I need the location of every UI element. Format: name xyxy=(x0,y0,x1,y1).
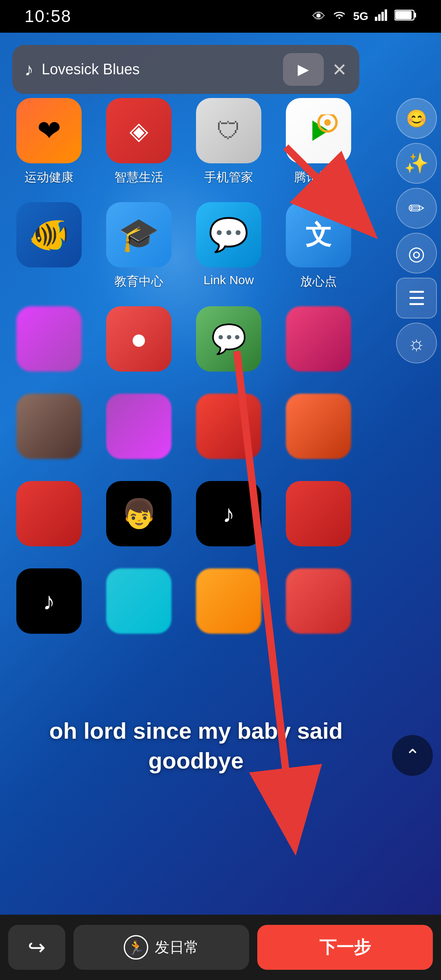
svg-rect-3 xyxy=(385,9,387,21)
sidebar-emoji-icon[interactable]: 😊 xyxy=(396,98,437,139)
app-row-3: ● 💬 xyxy=(12,306,429,377)
scroll-up-button[interactable]: ⌃ xyxy=(392,735,433,776)
app-r3-4[interactable] xyxy=(282,306,355,377)
app-tencent-video[interactable]: 腾讯视频 xyxy=(282,98,355,186)
chevron-up-icon: ⌃ xyxy=(405,745,420,766)
app-label-translate: 放心点 xyxy=(300,273,337,290)
svg-rect-1 xyxy=(378,14,381,21)
daily-icon: 🏃 xyxy=(124,935,148,960)
app-icon-r5-1 xyxy=(16,481,82,546)
sidebar-circle-icon[interactable]: ◎ xyxy=(396,233,437,274)
app-icon-r6-2 xyxy=(106,568,172,634)
sidebar-sparkle-icon[interactable]: ✨ xyxy=(396,143,437,184)
app-r6-2[interactable] xyxy=(102,568,176,639)
app-label-link-now: Link Now xyxy=(203,273,254,287)
bottom-action-bar: ↪ 🏃 发日常 下一步 xyxy=(0,915,441,980)
app-r4-4[interactable] xyxy=(282,394,355,465)
app-edu[interactable]: 🎓 教育中心 xyxy=(102,202,176,290)
music-title: Lovesick Blues xyxy=(42,61,275,78)
music-play-button[interactable] xyxy=(283,53,324,86)
sidebar-pen-icon[interactable]: ✏ xyxy=(396,188,437,229)
app-r3-1[interactable] xyxy=(12,306,86,377)
app-icon-r5-4 xyxy=(286,481,351,546)
app-icon-health: ❤ xyxy=(16,98,82,163)
app-label-huawei-life: 智慧生活 xyxy=(114,169,163,186)
app-label-health: 运动健康 xyxy=(24,169,74,186)
next-label: 下一步 xyxy=(319,936,371,959)
app-label-edu: 教育中心 xyxy=(114,273,163,290)
app-icon-r3-3: 💬 xyxy=(196,306,261,372)
svg-rect-0 xyxy=(375,17,377,21)
app-grid: ❤ 运动健康 ◈ 智慧生活 🛡 手机管家 xyxy=(0,33,441,915)
app-icon-r3-4 xyxy=(286,306,351,372)
signal-bars xyxy=(375,9,388,24)
app-r4-3[interactable] xyxy=(192,394,265,465)
app-r5-4[interactable] xyxy=(282,481,355,552)
music-notification-bar[interactable]: ♪ Lovesick Blues ✕ xyxy=(12,45,359,94)
app-label-phone-manager: 手机管家 xyxy=(204,169,253,186)
app-icon-tencent-video xyxy=(286,98,351,163)
signal-5g: 5G xyxy=(353,10,368,23)
app-r5-1[interactable] xyxy=(12,481,86,552)
app-icon-tiktok-char: 👦 xyxy=(106,481,172,546)
app-tiktok[interactable]: ♪ xyxy=(192,481,265,552)
status-bar: 10:58 👁 5G xyxy=(0,0,441,33)
app-r6-1[interactable]: ♪ xyxy=(12,568,86,639)
app-icon-translate: 文 xyxy=(286,202,351,267)
battery-icon xyxy=(394,9,416,24)
lyrics-line1: oh lord since my baby said xyxy=(16,716,376,746)
app-tiktok-char[interactable]: 👦 xyxy=(102,481,176,552)
app-icon-r4-1 xyxy=(16,394,82,459)
app-icon-r6-3 xyxy=(196,568,261,634)
next-button[interactable]: 下一步 xyxy=(257,925,433,970)
music-close-button[interactable]: ✕ xyxy=(332,59,347,80)
app-r4-2[interactable] xyxy=(102,394,176,465)
daily-label: 发日常 xyxy=(155,938,199,958)
eye-icon: 👁 xyxy=(312,9,325,24)
app-phone-manager[interactable]: 🛡 手机管家 xyxy=(192,98,265,186)
status-time: 10:58 xyxy=(24,7,71,26)
app-fish[interactable]: 🐠 xyxy=(12,202,86,290)
app-r6-4[interactable] xyxy=(282,568,355,639)
app-icon-r3-2: ● xyxy=(106,306,172,372)
app-icon-r4-2 xyxy=(106,394,172,459)
app-row-4 xyxy=(12,394,429,465)
app-huawei-life[interactable]: ◈ 智慧生活 xyxy=(102,98,176,186)
lyrics-line2: goodbye xyxy=(16,746,376,776)
app-row-2: 🐠 🎓 教育中心 💬 Link Now 文 放心点 xyxy=(12,202,429,290)
app-r3-2[interactable]: ● xyxy=(102,306,176,377)
sidebar-brightness-icon[interactable]: ☼ xyxy=(396,323,437,363)
app-translate[interactable]: 文 放心点 xyxy=(282,202,355,290)
app-icon-phone-manager: 🛡 xyxy=(196,98,261,163)
share-button[interactable]: ↪ xyxy=(8,925,65,970)
right-sidebar: 😊 ✨ ✏ ◎ ☰ ☼ xyxy=(392,90,441,372)
app-row-6: ♪ xyxy=(12,568,429,639)
app-row-1: ❤ 运动健康 ◈ 智慧生活 🛡 手机管家 xyxy=(12,98,429,186)
app-health[interactable]: ❤ 运动健康 xyxy=(12,98,86,186)
daily-button[interactable]: 🏃 发日常 xyxy=(74,925,249,970)
svg-rect-5 xyxy=(414,13,416,18)
svg-point-9 xyxy=(324,119,331,126)
app-r4-1[interactable] xyxy=(12,394,86,465)
music-note-icon: ♪ xyxy=(24,59,33,80)
wallpaper: ❤ 运动健康 ◈ 智慧生活 🛡 手机管家 xyxy=(0,33,441,915)
svg-rect-2 xyxy=(381,12,384,21)
status-icons: 👁 5G xyxy=(312,9,416,24)
app-r3-3[interactable]: 💬 xyxy=(192,306,265,377)
app-icon-tiktok: ♪ xyxy=(196,481,261,546)
app-row-5: 👦 ♪ xyxy=(12,481,429,552)
app-icon-r4-4 xyxy=(286,394,351,459)
app-link-now[interactable]: 💬 Link Now xyxy=(192,202,265,290)
share-icon: ↪ xyxy=(28,935,46,960)
app-icon-link-now: 💬 xyxy=(196,202,261,267)
wifi-icon xyxy=(332,9,347,24)
app-icon-r6-4 xyxy=(286,568,351,634)
lyrics-display: oh lord since my baby said goodbye xyxy=(0,716,392,776)
app-icon-r6-1: ♪ xyxy=(16,568,82,634)
sidebar-menu-icon[interactable]: ☰ xyxy=(396,278,437,318)
app-icon-huawei-life: ◈ xyxy=(106,98,172,163)
app-icon-fish: 🐠 xyxy=(16,202,82,267)
app-icon-edu: 🎓 xyxy=(106,202,172,267)
app-label-tencent-video: 腾讯视频 xyxy=(294,169,343,186)
app-r6-3[interactable] xyxy=(192,568,265,639)
